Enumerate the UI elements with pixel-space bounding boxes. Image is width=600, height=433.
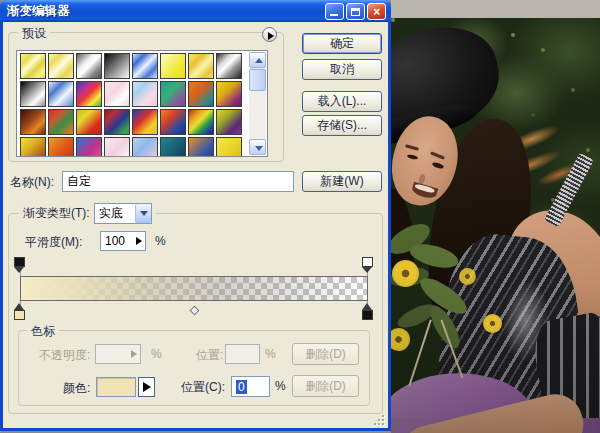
color-position-unit: % (275, 379, 286, 393)
smoothness-input[interactable]: 100 (100, 231, 146, 251)
opacity-stop-pointer (14, 267, 24, 273)
window-title: 渐变编辑器 (7, 3, 70, 20)
scrollbar-thumb[interactable] (249, 69, 266, 91)
load-button[interactable]: 载入(L)... (302, 91, 382, 112)
gradient-preset-swatch[interactable] (216, 137, 242, 157)
gradient-preset-swatch[interactable] (48, 53, 74, 79)
gradient-preset-swatch[interactable] (48, 81, 74, 107)
opacity-stop-start[interactable] (14, 257, 25, 273)
gradient-preset-swatch[interactable] (20, 53, 46, 79)
maximize-button[interactable] (346, 3, 365, 20)
color-stop-end[interactable] (362, 303, 373, 320)
gradient-preset-swatch[interactable] (20, 137, 46, 157)
slider-popup-icon (131, 350, 137, 358)
gradient-preset-swatch[interactable] (188, 109, 214, 135)
color-menu-arrow-icon[interactable] (138, 377, 155, 397)
gradient-preset-swatch[interactable] (132, 81, 158, 107)
cancel-button[interactable]: 取消 (302, 59, 382, 80)
stops-legend: 色标 (27, 323, 59, 340)
gradient-preset-swatch[interactable] (160, 109, 186, 135)
dialog-body: 预设 确定 取消 载入(L)... 存储(S)... 名称(N): 自定 新 (3, 22, 388, 428)
gradient-preset-swatch[interactable] (20, 81, 46, 107)
gradient-preset-swatch[interactable] (216, 81, 242, 107)
smoothness-unit: % (155, 234, 166, 248)
stop-color-swatch[interactable] (96, 377, 136, 397)
opacity-stop-end[interactable] (362, 257, 373, 273)
photo-canvas (391, 18, 600, 433)
opacity-stop-pointer (362, 267, 372, 273)
opacity-label: 不透明度: (39, 347, 90, 364)
resize-grip[interactable] (372, 413, 385, 426)
close-button[interactable]: × (367, 3, 386, 20)
preset-scrollbar[interactable] (249, 52, 266, 155)
gradient-preset-swatch[interactable] (216, 53, 242, 79)
color-stop-start-chip (14, 310, 25, 320)
gradient-preset-swatch[interactable] (76, 81, 102, 107)
gradient-preset-swatch[interactable] (76, 109, 102, 135)
color-label: 颜色: (63, 380, 90, 397)
delete-opacity-stop-button: 删除(D) (292, 343, 359, 365)
scroll-down-icon[interactable] (249, 139, 266, 155)
delete-color-stop-button: 删除(D) (292, 375, 359, 397)
color-position-label: 位置(C): (181, 379, 225, 396)
chevron-down-icon[interactable] (135, 204, 151, 223)
gradient-preset-swatch[interactable] (132, 109, 158, 135)
save-button[interactable]: 存储(S)... (302, 115, 382, 136)
stops-group: 色标 不透明度: % 位置: % 删除(D) 颜色: 位置(C): 0 % 删除… (18, 330, 370, 406)
color-position-value: 0 (236, 380, 247, 394)
opacity-unit: % (151, 347, 162, 361)
opacity-position-label: 位置: (196, 347, 223, 364)
title-bar[interactable]: 渐变编辑器 × (0, 0, 391, 22)
scroll-up-icon[interactable] (249, 52, 266, 68)
gradient-preset-swatch[interactable] (188, 81, 214, 107)
preset-menu-button[interactable] (262, 27, 277, 42)
gradient-preset-swatch[interactable] (216, 109, 242, 135)
gradient-preview-overlay (21, 277, 367, 300)
gradient-preset-swatch[interactable] (188, 137, 214, 157)
presets-legend: 预设 (18, 25, 50, 42)
maximize-icon (351, 8, 360, 16)
gradient-preset-swatch[interactable] (48, 137, 74, 157)
smoothness-value: 100 (105, 234, 125, 248)
color-stop-start[interactable] (14, 303, 25, 320)
minimize-button[interactable] (325, 3, 344, 20)
gradient-preset-swatch[interactable] (20, 109, 46, 135)
gradient-preset-swatch[interactable] (160, 81, 186, 107)
gradient-preset-swatch[interactable] (188, 53, 214, 79)
slider-popup-icon[interactable] (136, 237, 142, 245)
color-position-input[interactable]: 0 (231, 376, 270, 397)
gradient-preset-swatch[interactable] (132, 53, 158, 79)
gradient-preset-swatch[interactable] (160, 137, 186, 157)
gradient-preset-swatch[interactable] (104, 53, 130, 79)
close-icon: × (368, 5, 385, 19)
gradient-type-row: 渐变类型(T): 实底 (19, 203, 156, 224)
gradient-type-select[interactable]: 实底 (94, 203, 152, 224)
preset-list-panel (16, 50, 268, 157)
gradient-type-value: 实底 (95, 205, 135, 222)
gradient-preset-swatch[interactable] (132, 137, 158, 157)
color-stop-pointer (14, 303, 24, 310)
gradient-type-label: 渐变类型(T): (23, 205, 90, 222)
photo-vignette (391, 18, 600, 433)
opacity-position-unit: % (265, 347, 276, 361)
screen: 渐变编辑器 × 预设 确定 取消 (0, 0, 600, 433)
minimize-icon (330, 14, 338, 16)
gradient-preset-swatch[interactable] (104, 81, 130, 107)
opacity-position-input (225, 344, 260, 364)
gradient-preset-swatch[interactable] (48, 109, 74, 135)
new-button[interactable]: 新建(W) (302, 171, 382, 192)
gradient-preset-swatch[interactable] (104, 109, 130, 135)
color-stop-end-chip (362, 310, 373, 320)
canvas-background-strip (391, 0, 600, 18)
gradient-preset-swatch[interactable] (76, 137, 102, 157)
name-input[interactable]: 自定 (62, 171, 294, 192)
ok-button[interactable]: 确定 (302, 33, 382, 54)
gradient-preset-swatch[interactable] (104, 137, 130, 157)
gradient-preview-bar[interactable] (20, 276, 368, 301)
smoothness-label: 平滑度(M): (25, 234, 82, 251)
gradient-preset-swatch[interactable] (160, 53, 186, 79)
gradient-preset-swatch[interactable] (76, 53, 102, 79)
name-value: 自定 (67, 173, 91, 190)
gradient-editor-dialog: 渐变编辑器 × 预设 确定 取消 (0, 0, 391, 431)
opacity-input (95, 344, 141, 364)
